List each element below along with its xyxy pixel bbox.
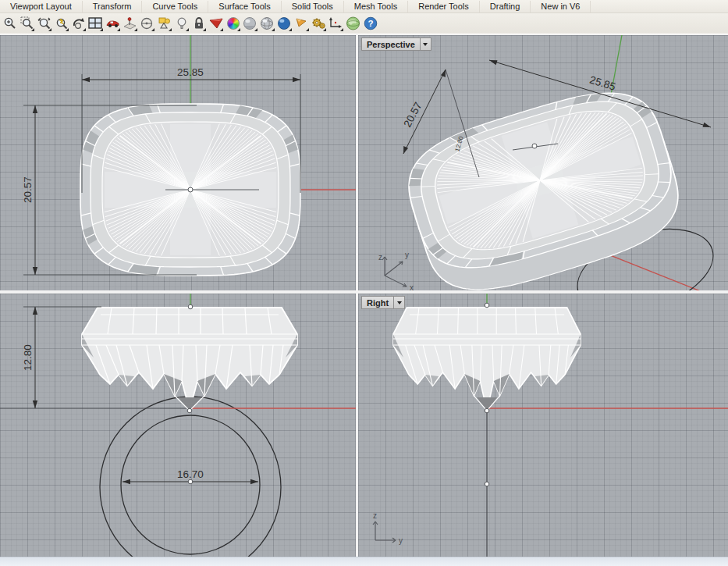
axis-gizmo [382,257,407,287]
viewport-perspective[interactable]: Perspective 25.85 [358,35,728,290]
axis-gizmo [373,522,396,543]
menu-tab-bar: Viewport Layout Transform Curve Tools Su… [0,0,728,13]
dim-width-label: 25.85 [588,74,617,93]
dim-height-label: 20.57 [401,100,424,129]
rendered-sphere-icon[interactable] [259,15,275,32]
point-marker[interactable] [188,304,193,309]
tab-render-tools[interactable]: Render Tools [408,1,480,12]
perspective-canvas: 25.85 20.57 12.80 z y x [358,35,728,290]
dimension-width: 25.85 [82,66,300,82]
chevron-down-icon [397,301,402,304]
gem-front-view[interactable] [82,308,297,411]
raytrace-sphere-icon[interactable] [276,15,293,32]
viewport-area: 25.85 20.57 Perspective [0,34,728,557]
tab-solid-tools[interactable]: Solid Tools [282,1,344,12]
viewport-menu-arrow[interactable] [421,38,431,50]
point-marker[interactable] [485,303,489,308]
top-view-canvas: 25.85 20.57 [0,35,356,290]
axis-x-label: x [410,283,414,290]
rotate-view-icon[interactable] [70,15,87,32]
viewport-front[interactable]: 12.80 16.70 [0,294,356,557]
web-globe-icon[interactable] [345,15,361,32]
viewport-title-label: Right [362,298,393,308]
dim-height-label: 12.80 [22,344,34,371]
chevron-down-icon [423,43,428,46]
center-point-marker[interactable] [532,144,537,148]
render-car-icon[interactable] [105,15,121,32]
gem-right-view[interactable] [393,308,581,411]
viewport-title-right[interactable]: Right [361,296,405,309]
axis-z-label: z [373,511,377,520]
right-view-canvas: z y [358,294,728,557]
tab-curve-tools[interactable]: Curve Tools [142,1,208,12]
culet-point-marker[interactable] [485,408,489,413]
zoom-selected-icon[interactable] [53,15,69,32]
axis-y-label: y [405,251,409,259]
render-cone-icon[interactable] [208,15,224,32]
axis-y-label: y [399,536,403,545]
tab-surface-tools[interactable]: Surface Tools [208,1,281,12]
gem-perspective-view[interactable] [396,75,685,286]
tab-viewport-layout[interactable]: Viewport Layout [0,1,83,12]
axis-z-label: z [378,253,382,262]
help-icon[interactable]: ? [362,15,378,32]
viewport-top[interactable]: 25.85 20.57 [0,35,356,290]
lights-icon[interactable] [173,15,190,32]
set-view-icon[interactable] [122,15,138,32]
options-gears-icon[interactable] [311,15,327,32]
zoom-extents-icon[interactable] [36,15,52,32]
lock-icon[interactable] [190,15,207,32]
tab-transform[interactable]: Transform [83,1,143,12]
culet-point-marker[interactable] [187,408,192,413]
analysis-cone-icon[interactable] [293,15,310,32]
center-point-marker[interactable] [188,187,193,192]
tab-mesh-tools[interactable]: Mesh Tools [344,1,408,12]
tab-new-in-v6[interactable]: New in V6 [531,1,591,12]
front-view-canvas: 12.80 16.70 [0,294,356,557]
zoom-in-icon[interactable] [2,15,18,32]
named-views-icon[interactable] [156,15,172,32]
zoom-window-icon[interactable] [19,15,35,32]
viewport-menu-arrow[interactable] [394,297,404,308]
viewport-splitter-vertical[interactable] [356,34,358,557]
viewport-title-label: Perspective [362,40,420,49]
help-glyph: ? [368,19,373,28]
status-strip [0,557,728,566]
dim-height-label: 20.57 [22,176,34,203]
ring-center-marker[interactable] [485,482,489,486]
color-wheel-icon[interactable] [225,15,241,32]
viewport-layout-icon[interactable] [87,15,104,32]
dimension-tool-icon[interactable] [328,15,344,32]
toolbar: ? [0,13,728,34]
dimension-diameter: 16.70 [123,468,258,484]
dim-diameter-label: 16.70 [177,468,204,480]
tab-drafting[interactable]: Drafting [480,1,531,12]
viewport-title-perspective[interactable]: Perspective [361,37,431,51]
shaded-sphere-icon[interactable] [242,15,258,32]
dim-point-marker[interactable] [188,479,193,484]
dim-width-label: 25.85 [177,66,204,78]
dimension-height: 20.57 [22,105,37,275]
ring-inner-circle[interactable] [121,415,260,554]
viewport-splitter-horizontal[interactable] [0,290,728,294]
cplane-circle-icon[interactable] [139,15,155,32]
viewport-right[interactable]: Right z y [358,294,728,557]
color-wheel [227,17,240,30]
